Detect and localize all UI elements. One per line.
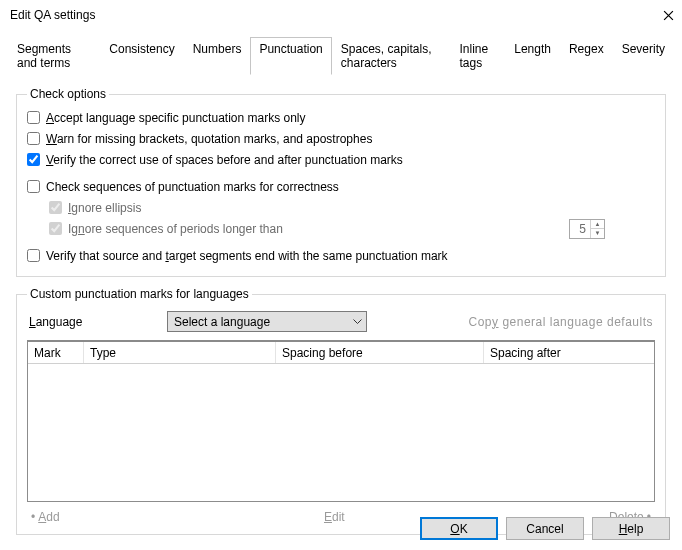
col-spacing-after[interactable]: Spacing after [484, 342, 654, 363]
opt-verify-spaces-checkbox[interactable] [27, 153, 40, 166]
col-spacing-before[interactable]: Spacing before [276, 342, 484, 363]
opt-verify-end-checkbox[interactable] [27, 249, 40, 262]
custom-punctuation-group: Custom punctuation marks for languages L… [16, 287, 666, 535]
opt-ignore-periods-label: Ignore sequences of periods longer than [68, 222, 283, 236]
opt-check-seq[interactable]: Check sequences of punctuation marks for… [27, 176, 655, 197]
titlebar: Edit QA settings [0, 0, 682, 30]
spinner-down-icon: ▼ [591, 229, 604, 238]
opt-ignore-periods: Ignore sequences of periods longer than … [27, 218, 655, 239]
col-type[interactable]: Type [84, 342, 276, 363]
col-mark[interactable]: Mark [28, 342, 84, 363]
opt-verify-end[interactable]: Verify that source and target segments e… [27, 245, 655, 266]
spinner-up-icon: ▲ [591, 220, 604, 230]
window-title: Edit QA settings [10, 8, 95, 22]
tab-regex[interactable]: Regex [560, 37, 613, 75]
copy-defaults-link: Copy general language defaults [469, 315, 653, 329]
tab-panel-punctuation: Check options Accept language specific p… [8, 81, 674, 550]
opt-check-seq-label: Check sequences of punctuation marks for… [46, 180, 339, 194]
tab-consistency[interactable]: Consistency [100, 37, 183, 75]
opt-check-seq-checkbox[interactable] [27, 180, 40, 193]
tab-length[interactable]: Length [505, 37, 560, 75]
language-row: Language Select a language Copy general … [27, 307, 655, 340]
check-options-legend: Check options [27, 87, 109, 101]
custom-punctuation-legend: Custom punctuation marks for languages [27, 287, 252, 301]
opt-ignore-ellipsis-checkbox [49, 201, 62, 214]
cancel-button[interactable]: Cancel [506, 517, 584, 540]
opt-verify-spaces-label: Verify the correct use of spaces before … [46, 153, 403, 167]
tab-numbers[interactable]: Numbers [184, 37, 251, 75]
opt-accept[interactable]: Accept language specific punctuation mar… [27, 107, 655, 128]
language-select[interactable]: Select a language [167, 311, 367, 332]
opt-accept-label: Accept language specific punctuation mar… [46, 111, 306, 125]
opt-ignore-periods-value [570, 220, 590, 238]
help-button[interactable]: Help [592, 517, 670, 540]
table-header: Mark Type Spacing before Spacing after [28, 342, 654, 364]
language-label: Language [29, 315, 149, 329]
dialog-footer: OK Cancel Help [0, 517, 682, 540]
tab-severity[interactable]: Severity [613, 37, 674, 75]
tab-spaces-capitals-characters[interactable]: Spaces, capitals, characters [332, 37, 451, 75]
opt-warn[interactable]: Warn for missing brackets, quotation mar… [27, 128, 655, 149]
marks-table: Mark Type Spacing before Spacing after [27, 340, 655, 502]
chevron-down-icon [353, 319, 362, 325]
opt-ignore-ellipsis: Ignore ellipsis [27, 197, 655, 218]
close-icon[interactable] [663, 10, 674, 21]
opt-accept-checkbox[interactable] [27, 111, 40, 124]
check-options-group: Check options Accept language specific p… [16, 87, 666, 277]
ok-button[interactable]: OK [420, 517, 498, 540]
tab-inline-tags[interactable]: Inline tags [451, 37, 506, 75]
language-select-value: Select a language [174, 315, 270, 329]
tab-segments-and-terms[interactable]: Segments and terms [8, 37, 100, 75]
tab-punctuation[interactable]: Punctuation [250, 37, 331, 75]
opt-ignore-periods-checkbox [49, 222, 62, 235]
opt-warn-label: Warn for missing brackets, quotation mar… [46, 132, 372, 146]
opt-verify-end-label: Verify that source and target segments e… [46, 249, 448, 263]
opt-verify-spaces[interactable]: Verify the correct use of spaces before … [27, 149, 655, 170]
opt-warn-checkbox[interactable] [27, 132, 40, 145]
opt-ignore-ellipsis-label: Ignore ellipsis [68, 201, 141, 215]
opt-ignore-periods-spinner: ▲ ▼ [569, 219, 605, 239]
tab-strip: Segments and terms Consistency Numbers P… [8, 36, 674, 75]
